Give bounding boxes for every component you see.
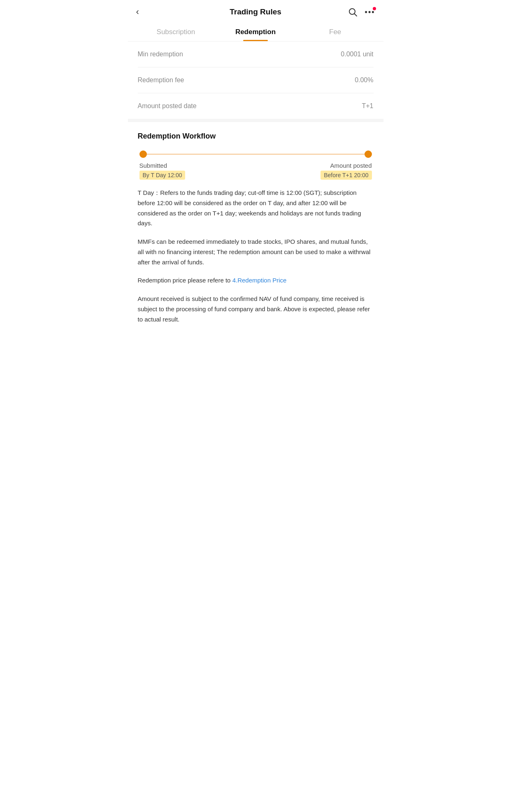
timeline-dot-left — [139, 150, 147, 158]
amount-posted-date-row: Amount posted date T+1 — [138, 93, 374, 119]
timeline-right-label: Amount posted — [330, 162, 372, 169]
desc-para-3: Redemption price please refere to 4.Rede… — [138, 275, 374, 286]
svg-line-1 — [354, 14, 357, 16]
notification-dot — [373, 7, 376, 10]
timeline-left-label: Submitted — [139, 162, 167, 169]
desc-para-2: MMFs can be redeemed immediately to trad… — [138, 237, 374, 267]
timeline-right-sublabel: Before T+1 20:00 — [321, 171, 372, 180]
min-redemption-row: Min redemption 0.0001 unit — [138, 42, 374, 67]
timeline-line — [147, 154, 365, 155]
search-button[interactable] — [348, 7, 358, 17]
amount-posted-date-value: T+1 — [362, 102, 373, 110]
tab-fee[interactable]: Fee — [295, 22, 375, 41]
timeline: Submitted Amount posted By T Day 12:00 B… — [138, 150, 374, 180]
timeline-left-sublabel: By T Day 12:00 — [139, 171, 186, 180]
desc-para-1: T Day：Refers to the funds trading day; c… — [138, 188, 374, 229]
timeline-sublabel-row: By T Day 12:00 Before T+1 20:00 — [139, 171, 372, 180]
min-redemption-value: 0.0001 unit — [341, 51, 373, 58]
back-button[interactable]: ‹ — [136, 7, 139, 17]
timeline-labels: Submitted Amount posted — [139, 162, 372, 169]
redemption-price-link[interactable]: 4.Redemption Price — [232, 277, 287, 284]
header: ‹ Trading Rules ••• — [128, 0, 383, 22]
info-section: Min redemption 0.0001 unit Redemption fe… — [128, 42, 383, 122]
back-icon: ‹ — [136, 7, 139, 17]
timeline-dot-right — [365, 150, 372, 158]
workflow-title: Redemption Workflow — [138, 132, 374, 141]
min-redemption-label: Min redemption — [138, 51, 183, 58]
amount-posted-date-label: Amount posted date — [138, 102, 197, 110]
description-section: T Day：Refers to the funds trading day; c… — [128, 188, 383, 345]
redemption-fee-label: Redemption fee — [138, 76, 184, 84]
more-button[interactable]: ••• — [365, 8, 375, 16]
page-title: Trading Rules — [230, 7, 281, 16]
desc-para-4: Amount received is subject to the confir… — [138, 294, 374, 324]
header-left: ‹ — [136, 7, 139, 17]
workflow-section: Redemption Workflow Submitted Amount pos… — [128, 122, 383, 180]
redemption-fee-row: Redemption fee 0.00% — [138, 67, 374, 93]
timeline-line-row — [139, 150, 372, 158]
header-right: ••• — [348, 7, 375, 17]
search-icon — [348, 7, 358, 17]
tab-redemption[interactable]: Redemption — [216, 22, 295, 41]
redemption-fee-value: 0.00% — [355, 76, 373, 84]
tab-bar: Subscription Redemption Fee — [128, 22, 383, 42]
tab-subscription[interactable]: Subscription — [136, 22, 216, 41]
